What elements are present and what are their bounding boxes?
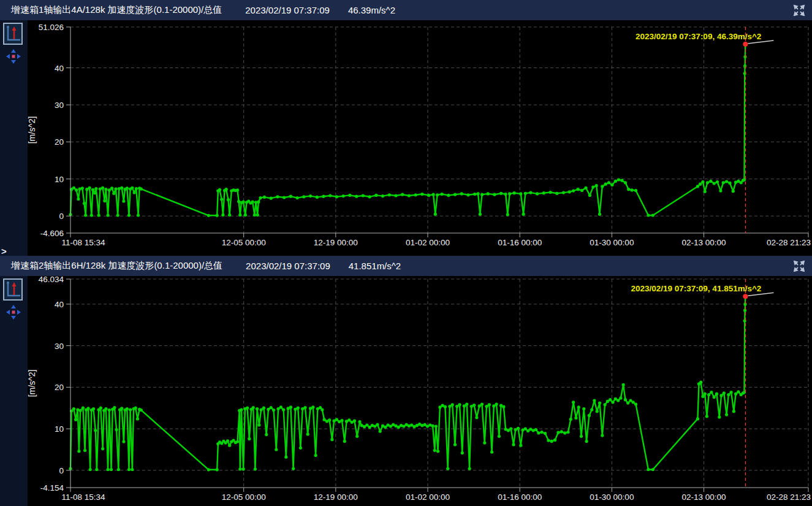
y-tick-label: 30 (55, 101, 64, 110)
panel1-titlebar: 增速箱1轴输出4A/128k 加速度波形(0.1-20000)/总值 2023/… (0, 0, 812, 20)
chart2-area: -4.15446.03401020304011-08 15:3412-05 00… (0, 276, 812, 506)
x-tick-label: 01-02 00:00 (406, 493, 450, 502)
gridlines (70, 27, 808, 233)
y-tick-label: 40 (55, 300, 64, 309)
series-line (69, 295, 747, 472)
cursor-group: 2023/02/19 07:37:09, 46.39m/s^2 (636, 27, 773, 233)
x-tick-label: 01-16 00:00 (498, 238, 542, 247)
x-tick-label: 12-19 00:00 (314, 493, 358, 502)
axes: -4.15446.03401020304011-08 15:3412-05 00… (27, 276, 811, 502)
x-tick-label: 02-13 00:00 (682, 238, 726, 247)
panel2-value: 41.851m/s^2 (349, 261, 401, 271)
x-tick-label: 01-30 00:00 (590, 238, 634, 247)
y-tick-label: -4.606 (40, 229, 64, 238)
panel1-value: 46.39m/s^2 (348, 5, 395, 15)
x-tick-label: 01-30 00:00 (590, 493, 634, 502)
cursor-marker (743, 294, 748, 299)
expand-fullscreen-icon[interactable] (792, 4, 806, 17)
x-tick-label: 11-08 15:34 (61, 493, 105, 502)
axes: -4.60651.02601020304011-08 15:3412-05 00… (27, 23, 811, 247)
y-tick-label: 40 (55, 64, 64, 73)
autoscale-y-icon[interactable] (3, 23, 23, 45)
pan-four-way-icon[interactable] (6, 48, 21, 64)
cursor-annotation: 2023/02/19 07:37:09, 41.851m/s^2 (631, 284, 762, 293)
panel1-timestamp: 2023/02/19 07:37:09 (245, 5, 330, 15)
panel2-titlebar: > 增速箱2轴输出6H/128k 加速度波形(0.1-20000)/总值 202… (0, 256, 812, 276)
y-axis-unit-label: [m/s^2] (27, 117, 37, 144)
panel2-timestamp: 2023/02/19 07:37:09 (246, 261, 330, 271)
panel-gearbox-2: > 增速箱2轴输出6H/128k 加速度波形(0.1-20000)/总值 202… (0, 256, 812, 506)
series-line (69, 42, 747, 217)
panel-gearbox-1: 增速箱1轴输出4A/128k 加速度波形(0.1-20000)/总值 2023/… (0, 0, 812, 256)
y-tick-label: -4.154 (40, 483, 64, 493)
y-tick-label: 20 (55, 383, 64, 392)
waveform-chart-2[interactable]: -4.15446.03401020304011-08 15:3412-05 00… (0, 276, 812, 506)
x-tick-label: 02-28 21:23 (767, 493, 811, 502)
y-tick-label: 46.034 (39, 276, 64, 284)
expand-fullscreen-icon[interactable] (792, 259, 806, 273)
chart2-toolbar (0, 276, 28, 506)
x-tick-label: 12-05 00:00 (222, 493, 266, 502)
x-tick-label: 11-08 15:34 (61, 238, 105, 247)
waveform-chart-1[interactable]: -4.60651.02601020304011-08 15:3412-05 00… (0, 20, 812, 256)
cursor-group: 2023/02/19 07:37:09, 41.851m/s^2 (631, 279, 774, 488)
pan-four-way-icon[interactable] (6, 304, 21, 320)
cursor-marker (743, 42, 748, 47)
x-tick-label: 12-19 00:00 (314, 238, 358, 247)
x-tick-label: 01-16 00:00 (498, 493, 542, 502)
autoscale-y-icon[interactable] (3, 278, 23, 301)
y-tick-label: 20 (55, 137, 64, 147)
x-tick-label: 02-13 00:00 (682, 493, 726, 502)
x-tick-label: 02-28 21:23 (767, 238, 811, 247)
y-tick-label: 0 (59, 466, 64, 475)
y-tick-label: 0 (59, 212, 64, 221)
y-tick-label: 30 (55, 342, 64, 351)
cursor-annotation: 2023/02/19 07:37:09, 46.39m/s^2 (636, 32, 761, 41)
panel1-title: 增速箱1轴输出4A/128k 加速度波形(0.1-20000)/总值 (11, 4, 222, 16)
chart1-toolbar (0, 20, 28, 256)
y-tick-label: 10 (55, 424, 64, 434)
y-axis-unit-label: [m/s^2] (27, 370, 37, 397)
y-tick-label: 10 (55, 175, 64, 184)
panel2-title: 增速箱2轴输出6H/128k 加速度波形(0.1-20000)/总值 (11, 260, 222, 272)
x-tick-label: 12-05 00:00 (222, 238, 266, 247)
y-tick-label: 51.026 (39, 23, 64, 32)
panel-collapse-chevron-icon[interactable]: > (1, 247, 7, 256)
x-tick-label: 01-02 00:00 (406, 238, 450, 247)
chart1-area: -4.60651.02601020304011-08 15:3412-05 00… (0, 20, 812, 256)
